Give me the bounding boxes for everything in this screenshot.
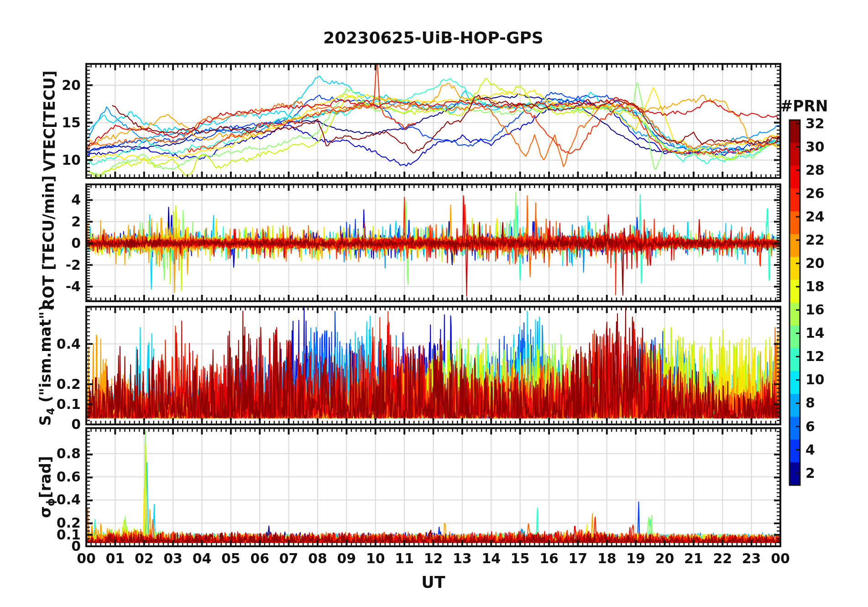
colorbar-tick-label: 28	[805, 163, 837, 178]
colorbar-tick-label: 20	[805, 256, 837, 271]
colorbar-title: #PRN	[772, 97, 836, 115]
figure-title: 20230625-UiB-HOP-GPS	[86, 28, 780, 47]
y-tick-label: 0.4	[42, 492, 81, 507]
y-axis-label-sigma-phi: σϕ[rad]	[37, 456, 57, 518]
y-tick-label: 10	[42, 153, 81, 167]
y-tick-label: 0.8	[42, 446, 81, 461]
y-tick-label: 2	[42, 215, 81, 229]
s4-units: ("ism.mat")	[37, 304, 54, 408]
y-tick-label: 4	[42, 193, 81, 207]
colorbar-tick-label: 22	[805, 233, 837, 247]
colorbar-tick-label: 14	[805, 326, 837, 340]
colorbar-tick-label: 30	[805, 140, 837, 154]
colorbar-tick-label: 24	[805, 209, 837, 224]
colorbar-tick-label: 4	[805, 443, 837, 457]
y-tick-label: 15	[42, 115, 81, 130]
x-axis-label: UT	[86, 573, 780, 591]
colorbar-tick-label: 32	[805, 116, 837, 131]
y-tick-label: 0.6	[42, 470, 81, 484]
y-tick-label: 0.2	[42, 377, 81, 392]
y-tick-label: 0	[42, 236, 81, 251]
y-tick-label: -2	[42, 258, 81, 272]
colorbar-tick-label: 6	[805, 419, 837, 434]
y-tick-label: -4	[42, 279, 81, 294]
colorbar-tick-label: 16	[805, 303, 837, 317]
y-tick-label: 0.4	[42, 337, 81, 351]
colorbar-tick-label: 18	[805, 279, 837, 294]
colorbar-tick-label: 8	[805, 396, 837, 410]
y-tick-label: 0.1	[42, 397, 81, 412]
gps-scintillation-figure: 20230625-UiB-HOP-GPS VTEC[TECU] ROT [TEC…	[0, 0, 868, 607]
y-tick-label: 20	[42, 78, 81, 93]
colorbar-tick-label: 26	[805, 186, 837, 201]
colorbar-tick-label: 10	[805, 372, 837, 387]
y-tick-label: 0.2	[42, 516, 81, 530]
colorbar-tick-label: 2	[805, 466, 837, 481]
x-tick-label: 00	[760, 551, 801, 566]
plot-canvas	[0, 0, 868, 607]
y-tick-label: 0	[42, 417, 81, 432]
colorbar-tick-label: 12	[805, 349, 837, 364]
